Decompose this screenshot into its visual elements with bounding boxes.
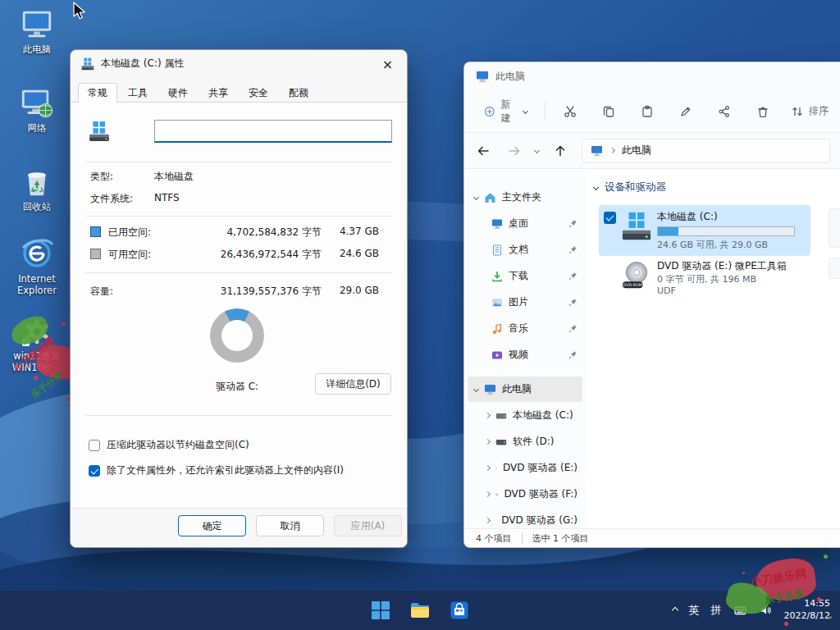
- dvd-drive-icon: DVD-ROM: [621, 259, 652, 292]
- desktop-icon-this-pc[interactable]: 此电脑: [5, 8, 69, 55]
- paste-button[interactable]: [633, 98, 661, 125]
- breadcrumb-item[interactable]: 此电脑: [622, 144, 651, 158]
- tray-time: 14:55: [784, 598, 830, 610]
- clock[interactable]: 14:55 2022/8/12: [784, 598, 830, 623]
- touch-keyboard-icon[interactable]: [733, 604, 747, 617]
- sidebar-item-documents[interactable]: 文档: [468, 237, 582, 262]
- drive-detail: 0 字节 可用, 共 196 MB: [657, 273, 787, 285]
- file-explorer-button[interactable]: [404, 594, 436, 627]
- sidebar-item-home[interactable]: 主文件夹: [468, 185, 582, 210]
- share-button[interactable]: [710, 98, 738, 125]
- drive-usage-bar-fill: [658, 227, 678, 235]
- forward-button[interactable]: [504, 142, 523, 160]
- internet-explorer-icon: [19, 236, 55, 271]
- capacity-size: 29.0 GB: [340, 285, 379, 296]
- ok-button[interactable]: 确定: [178, 515, 246, 536]
- drive-item-partial[interactable]: [829, 208, 840, 248]
- checkbox-icon[interactable]: [89, 465, 100, 477]
- tab-hardware[interactable]: 硬件: [158, 83, 198, 102]
- drive-small-icon: [495, 410, 507, 422]
- collapse-chevron-icon[interactable]: [485, 413, 491, 418]
- windows-start-icon: [371, 600, 390, 620]
- sidebar-item-this-pc[interactable]: 此电脑: [468, 377, 582, 402]
- hidden-icons-chevron-icon[interactable]: [671, 607, 678, 614]
- recent-locations-chevron-icon[interactable]: [534, 148, 540, 153]
- chevron-down-icon: [523, 108, 528, 114]
- sidebar-item-downloads[interactable]: 下载: [468, 263, 582, 289]
- volume-label-input[interactable]: [154, 120, 392, 143]
- rename-icon: [679, 105, 692, 118]
- up-icon: [554, 144, 567, 158]
- desktop-icon-network[interactable]: 网络: [5, 87, 69, 134]
- free-swatch: [90, 249, 101, 259]
- share-icon: [718, 105, 731, 118]
- drive-item-e[interactable]: DVD-ROM DVD 驱动器 (E:) 微PE工具箱 0 字节 可用, 共 1…: [599, 254, 810, 301]
- explorer-statusbar: 4 个项目 选中 1 个项目: [464, 528, 840, 547]
- index-checkbox[interactable]: 除了文件属性外，还允许索引此驱动器上文件的内容(I): [89, 463, 400, 477]
- dvd-small-icon: [495, 489, 499, 500]
- desktop-icon-win11-restore[interactable]: win11恢复WIN10经...: [5, 315, 69, 374]
- dialog-titlebar[interactable]: 本地磁盘 (C:) 属性 ×: [71, 50, 407, 77]
- rename-button[interactable]: [672, 98, 700, 125]
- breadcrumb[interactable]: 此电脑: [582, 139, 830, 163]
- delete-button[interactable]: [749, 98, 777, 125]
- collapse-chevron-icon[interactable]: [485, 518, 491, 523]
- desktop-icon-internet-explorer[interactable]: Internet Explorer: [5, 236, 69, 297]
- sidebar-item-music[interactable]: 音乐: [468, 316, 582, 341]
- type-value: 本地磁盘: [154, 170, 194, 184]
- capacity-bytes: 31,139,557,376 字节: [221, 285, 322, 299]
- up-button[interactable]: [551, 142, 569, 160]
- home-icon: [484, 192, 496, 203]
- back-button[interactable]: [474, 142, 492, 160]
- separator: [85, 272, 392, 273]
- tab-tools[interactable]: 工具: [118, 83, 158, 102]
- sidebar-item-pictures[interactable]: 图片: [468, 290, 582, 315]
- group-header-devices[interactable]: 设备和驱动器: [594, 180, 666, 194]
- drive-checkbox[interactable]: [604, 212, 616, 224]
- volume-icon[interactable]: [759, 604, 773, 617]
- this-pc-icon: [20, 8, 54, 41]
- tab-general[interactable]: 常规: [78, 83, 117, 103]
- store-button[interactable]: [443, 594, 476, 627]
- sidebar-item-drive-g[interactable]: DVD 驱动器 (G:): [468, 508, 582, 528]
- expand-chevron-icon[interactable]: [473, 194, 479, 200]
- sidebar-item-desktop[interactable]: 桌面: [468, 211, 582, 236]
- sidebar-item-drive-c[interactable]: 本地磁盘 (C:): [468, 403, 582, 428]
- sidebar-item-drive-d[interactable]: 软件 (D:): [468, 429, 582, 454]
- tray-language-indicator[interactable]: 英: [689, 603, 700, 618]
- collapse-chevron-icon[interactable]: [485, 491, 491, 497]
- tab-security[interactable]: 安全: [239, 83, 278, 102]
- this-pc-small-icon: [484, 384, 496, 395]
- tab-quota[interactable]: 配额: [279, 83, 318, 102]
- selected-count: 选中 1 个项目: [532, 532, 589, 545]
- sidebar-item-drive-f[interactable]: DVD 驱动器 (F:): [468, 482, 582, 507]
- sidebar-item-drive-e[interactable]: DVD 驱动器 (E:): [468, 455, 582, 481]
- this-pc-small-icon: [476, 71, 489, 83]
- start-button[interactable]: [364, 594, 397, 627]
- collapse-chevron-icon[interactable]: [485, 439, 491, 445]
- apply-button[interactable]: 应用(A): [334, 515, 402, 536]
- type-label: 类型:: [90, 170, 113, 184]
- sidebar-item-videos[interactable]: 视频: [468, 342, 582, 368]
- drive-item-partial[interactable]: [829, 258, 840, 279]
- used-size: 4.37 GB: [340, 226, 379, 237]
- collapse-chevron-icon[interactable]: [485, 465, 491, 471]
- properties-dialog: 本地磁盘 (C:) 属性 × 常规 工具 硬件 共享 安全 配额 类型: 本地磁…: [70, 49, 408, 548]
- tab-sharing[interactable]: 共享: [199, 83, 238, 102]
- copy-button[interactable]: [595, 98, 623, 125]
- desktop-icon-recycle-bin[interactable]: 回收站: [5, 166, 69, 212]
- tray-ime-indicator[interactable]: 拼: [711, 603, 722, 618]
- close-button[interactable]: ×: [369, 51, 406, 77]
- explorer-titlebar[interactable]: 此电脑: [464, 62, 840, 90]
- cancel-button[interactable]: 取消: [256, 515, 324, 536]
- new-button[interactable]: 新建: [477, 93, 534, 130]
- sort-button[interactable]: 排序: [788, 99, 832, 123]
- drive-small-icon: [495, 436, 507, 448]
- drive-item-c[interactable]: 本地磁盘 (C:) 24.6 GB 可用, 共 29.0 GB: [599, 205, 810, 256]
- expand-chevron-icon[interactable]: [473, 386, 479, 392]
- checkbox-icon[interactable]: [89, 440, 100, 451]
- compress-checkbox[interactable]: 压缩此驱动器以节约磁盘空间(C): [89, 438, 400, 452]
- forward-icon: [507, 144, 521, 158]
- cut-button[interactable]: [556, 98, 584, 125]
- details-button[interactable]: 详细信息(D): [315, 373, 391, 395]
